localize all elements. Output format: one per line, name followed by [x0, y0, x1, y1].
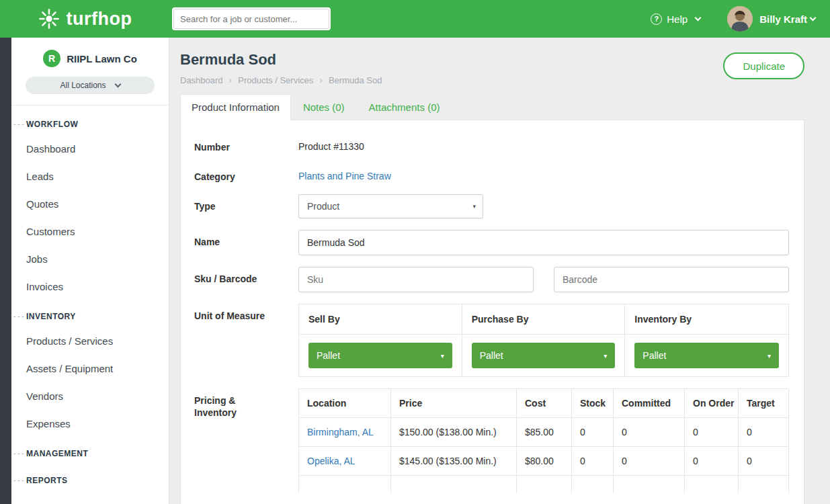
- breadcrumb-products-services[interactable]: Products / Services: [238, 75, 313, 85]
- sidebar-section-workflow[interactable]: - - - WORKFLOW: [11, 108, 169, 135]
- breadcrumb-separator: ›: [319, 75, 323, 85]
- table-row-partial: [299, 476, 788, 493]
- sidebar-section-reports[interactable]: - - - REPORTS: [11, 464, 169, 491]
- on-order-cell: 0: [685, 447, 739, 476]
- sidebar-item-assets-equipment[interactable]: Assets / Equipment: [11, 355, 169, 382]
- breadcrumb-separator: ›: [229, 75, 233, 85]
- breadcrumb-dashboard[interactable]: Dashboard: [180, 75, 223, 85]
- name-input[interactable]: [298, 230, 789, 255]
- location-link-birmingham[interactable]: Birmingham, AL: [307, 427, 374, 437]
- section-label: REPORTS: [26, 476, 68, 485]
- avatar[interactable]: [727, 6, 753, 32]
- sidebar-item-dashboard[interactable]: Dashboard: [11, 135, 169, 163]
- main-content: Bermuda Sod Dashboard › Products / Servi…: [169, 38, 830, 504]
- table-row: Opelika, AL $145.00 ($135.00 Min.) $80.0…: [299, 447, 788, 476]
- sidebar-item-products-services[interactable]: Products / Services: [11, 327, 169, 355]
- inventory-by-select[interactable]: Pallet ▾: [634, 343, 779, 368]
- pricing-inventory-table: Location Price Cost Stock Committed On O…: [298, 388, 789, 493]
- tab-notes[interactable]: Notes (0): [291, 95, 357, 120]
- topbar: turfhop ? Help Billy Kraft: [0, 0, 830, 38]
- type-select[interactable]: Product ▾: [298, 194, 483, 218]
- on-order-cell: 0: [685, 418, 739, 447]
- target-cell: 0: [739, 418, 788, 447]
- brand-logo-icon: [38, 7, 60, 30]
- tab-attachments[interactable]: Attachments (0): [357, 95, 452, 120]
- page-title: Bermuda Sod: [180, 51, 382, 69]
- number-value: Product #11330: [298, 135, 789, 152]
- sidebar-section-inventory[interactable]: - - - INVENTORY: [11, 300, 169, 327]
- tabs: Product Information Notes (0) Attachment…: [180, 94, 804, 120]
- sidebar-item-vendors[interactable]: Vendors: [11, 382, 169, 410]
- help-icon: ?: [651, 13, 662, 25]
- unit-of-measure-table: Sell By Purchase By Inventory By Pallet …: [298, 304, 789, 377]
- company[interactable]: R RIIPL Lawn Co: [19, 50, 161, 67]
- sidebar: R RIIPL Lawn Co All Locations - - - WORK…: [11, 38, 169, 504]
- sell-by-select[interactable]: Pallet ▾: [308, 343, 452, 368]
- caret-down-icon: ▾: [472, 203, 476, 210]
- section-label: INVENTORY: [26, 312, 76, 321]
- help-menu[interactable]: ? Help: [651, 13, 700, 25]
- name-label: Name: [194, 230, 298, 255]
- sidebar-nav: - - - WORKFLOW Dashboard Leads Quotes Cu…: [11, 106, 169, 491]
- stock-cell: 0: [572, 447, 614, 476]
- table-cell: [572, 476, 614, 493]
- breadcrumb-current: Bermuda Sod: [329, 75, 382, 85]
- cost-cell: $85.00: [517, 418, 572, 447]
- location-link-opelika[interactable]: Opelika, AL: [307, 456, 356, 466]
- sidebar-item-quotes[interactable]: Quotes: [11, 190, 169, 218]
- purchase-by-select[interactable]: Pallet ▾: [472, 343, 616, 368]
- unit-of-measure-label: Unit of Measure: [194, 304, 298, 377]
- form-row-pricing-inventory: Pricing & Inventory Location Price Cost …: [194, 388, 789, 493]
- form-row-category: Category Plants and Pine Straw: [194, 165, 789, 183]
- company-block: R RIIPL Lawn Co All Locations: [11, 38, 169, 106]
- search-input[interactable]: [172, 7, 331, 30]
- sidebar-item-invoices[interactable]: Invoices: [11, 273, 169, 300]
- uom-header-sell-by: Sell By: [299, 304, 462, 335]
- column-header-target: Target: [739, 389, 788, 418]
- tab-product-information[interactable]: Product Information: [180, 94, 291, 120]
- company-logo: R: [43, 50, 60, 67]
- page-head-left: Bermuda Sod Dashboard › Products / Servi…: [180, 51, 382, 85]
- pricing-inventory-label: Pricing & Inventory: [194, 388, 298, 493]
- brand[interactable]: turfhop: [0, 7, 169, 30]
- sidebar-item-expenses[interactable]: Expenses: [11, 410, 169, 437]
- section-handle-icon: - - -: [13, 450, 24, 457]
- sidebar-edge-strip: [0, 38, 11, 504]
- cost-cell: $80.00: [517, 447, 572, 476]
- sidebar-section-management[interactable]: - - - MANAGEMENT: [11, 437, 169, 464]
- breadcrumb: Dashboard › Products / Services › Bermud…: [180, 75, 382, 85]
- user-menu[interactable]: Billy Kraft: [759, 13, 815, 25]
- chevron-down-icon: [695, 14, 702, 21]
- caret-down-icon: ▾: [767, 352, 771, 360]
- uom-header-inventory-by: Inventory By: [625, 304, 788, 335]
- duplicate-button[interactable]: Duplicate: [723, 52, 804, 79]
- number-label: Number: [194, 135, 298, 153]
- type-select-value: Product: [307, 201, 339, 212]
- pricing-table-header: Location Price Cost Stock Committed On O…: [299, 389, 788, 418]
- barcode-input[interactable]: [554, 267, 789, 292]
- uom-header-purchase-by: Purchase By: [462, 304, 626, 335]
- price-cell: $145.00 ($135.00 Min.): [391, 447, 517, 476]
- caret-down-icon: ▾: [441, 352, 444, 360]
- category-label: Category: [194, 165, 298, 183]
- sidebar-item-jobs[interactable]: Jobs: [11, 245, 169, 273]
- column-header-cost: Cost: [517, 389, 572, 418]
- sku-input[interactable]: [298, 267, 534, 292]
- stock-cell: 0: [572, 418, 614, 447]
- user-name: Billy Kraft: [759, 13, 807, 25]
- section-label: WORKFLOW: [26, 120, 78, 129]
- sidebar-item-leads[interactable]: Leads: [11, 163, 169, 190]
- committed-cell: 0: [614, 447, 685, 476]
- locations-dropdown[interactable]: All Locations: [26, 77, 155, 94]
- form-row-type: Type Product ▾: [194, 194, 789, 218]
- section-handle-icon: - - -: [13, 476, 24, 484]
- brand-name: turfhop: [67, 9, 132, 30]
- sku-barcode-label: Sku / Barcode: [194, 267, 298, 292]
- category-link[interactable]: Plants and Pine Straw: [298, 171, 391, 181]
- sidebar-item-customers[interactable]: Customers: [11, 218, 169, 245]
- price-cell: $150.00 ($138.00 Min.): [391, 418, 517, 447]
- committed-cell: 0: [614, 418, 685, 447]
- table-cell: [614, 476, 685, 493]
- form-row-unit-of-measure: Unit of Measure Sell By Purchase By Inve…: [194, 304, 789, 377]
- section-label: MANAGEMENT: [26, 449, 88, 458]
